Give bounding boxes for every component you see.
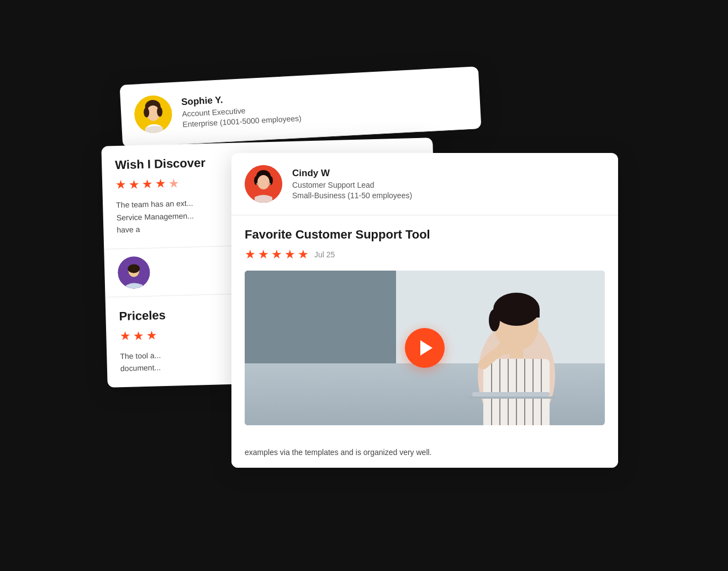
review-date: Jul 25: [314, 250, 335, 259]
f-star-2: ★: [258, 247, 269, 262]
svg-point-15: [268, 183, 271, 185]
f-star-4: ★: [284, 247, 296, 262]
front-stars-row: ★ ★ ★ ★ ★ Jul 25: [245, 247, 605, 262]
video-person-silhouette: [428, 276, 583, 425]
svg-rect-29: [493, 309, 540, 318]
f-star-1: ★: [245, 247, 256, 262]
review-card-back: Sophie Y. Account Executive Enterprise (…: [119, 66, 481, 147]
star-2: ★: [129, 178, 140, 193]
star-3: ★: [142, 177, 154, 192]
f-star-5: ★: [298, 247, 309, 262]
avatar-sophie: [134, 94, 173, 134]
svg-rect-32: [467, 396, 555, 399]
svg-point-14: [256, 183, 259, 185]
p-star-2: ★: [133, 329, 144, 343]
bottom-review-text: examples via the templates and is organi…: [245, 448, 432, 457]
cindy-role: Customer Support Lead: [292, 181, 412, 189]
svg-point-13: [257, 175, 270, 189]
avatar-cindy: [245, 165, 282, 203]
p-star-1: ★: [119, 329, 131, 344]
star-1: ★: [115, 178, 127, 193]
play-button[interactable]: [405, 328, 445, 368]
profile-info-sophie: Sophie Y. Account Executive Enterprise (…: [181, 91, 302, 129]
review-card-front: Cindy W Customer Support Lead Small-Busi…: [231, 153, 618, 468]
svg-rect-31: [472, 392, 550, 396]
f-star-3: ★: [271, 247, 282, 262]
star-4: ★: [155, 177, 167, 192]
card-body-front: Favorite Customer Support Tool ★ ★ ★ ★ ★…: [231, 215, 618, 437]
profile-header-sophie: Sophie Y. Account Executive Enterprise (…: [119, 66, 481, 147]
avatar-man: [118, 256, 150, 288]
video-thumbnail[interactable]: [245, 271, 605, 425]
star-5-half: ★: [168, 177, 180, 192]
p-star-3: ★: [146, 328, 157, 343]
front-review-title: Favorite Customer Support Tool: [245, 228, 605, 242]
card-bottom-text: examples via the templates and is organi…: [231, 437, 618, 467]
cindy-name: Cindy W: [292, 168, 412, 179]
play-icon: [420, 340, 432, 356]
profile-header-cindy: Cindy W Customer Support Lead Small-Busi…: [231, 153, 618, 215]
profile-info-cindy: Cindy W Customer Support Lead Small-Busi…: [292, 168, 412, 200]
cindy-company: Small-Business (11-50 employees): [292, 191, 412, 200]
